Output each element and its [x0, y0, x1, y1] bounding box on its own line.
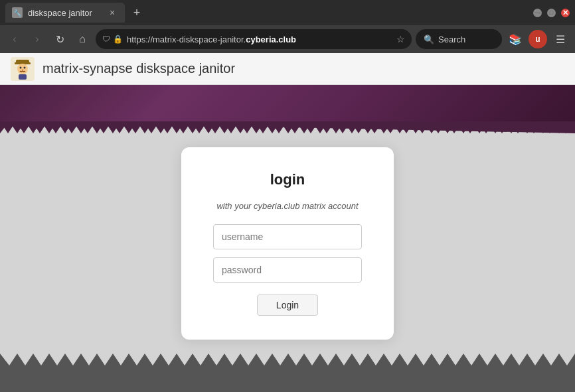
profile-button[interactable]: u — [529, 30, 547, 48]
top-band — [0, 85, 575, 121]
bottom-zigzag — [0, 354, 575, 365]
bottom-band — [0, 365, 575, 392]
shield-icon: 🛡 — [102, 34, 110, 44]
login-button[interactable]: Login — [257, 294, 318, 316]
back-button[interactable]: ‹ — [5, 30, 24, 48]
svg-marker-10 — [0, 354, 575, 365]
svg-point-5 — [24, 66, 26, 68]
tab-title: diskspace janitor — [28, 8, 101, 18]
bookmark-star-icon[interactable]: ☆ — [396, 34, 405, 44]
new-tab-button[interactable]: + — [127, 3, 146, 22]
tab-area: 🔧 diskspace janitor × + — [5, 3, 529, 23]
zigzag-top-svg — [0, 121, 575, 133]
browser-navbar: ‹ › ↻ ⌂ 🛡 🔒 https://matrix-diskspace-jan… — [0, 25, 575, 53]
page-header: matrix-synapse diskspace janitor — [0, 53, 575, 85]
site-logo — [11, 57, 35, 81]
main-content-area: login with your cyberia.club matrix acco… — [0, 133, 575, 354]
login-card: login with your cyberia.club matrix acco… — [181, 147, 394, 340]
maximize-button[interactable]: □ — [547, 9, 556, 17]
close-button[interactable]: ✕ — [561, 9, 570, 17]
refresh-button[interactable]: ↻ — [50, 30, 69, 48]
top-zigzag — [0, 121, 575, 133]
search-box[interactable]: 🔍 Search — [416, 29, 502, 49]
page-title: matrix-synapse diskspace janitor — [42, 61, 235, 76]
address-bar[interactable]: 🛡 🔒 https://matrix-diskspace-janitor.cyb… — [96, 29, 412, 49]
tab-favicon: 🔧 — [12, 7, 23, 18]
bookmarks-button[interactable]: 📚 — [506, 30, 525, 48]
tab-close-button[interactable]: × — [106, 7, 118, 19]
username-input[interactable] — [213, 224, 362, 249]
browser-titlebar: 🔧 diskspace janitor × + — □ ✕ — [0, 0, 575, 25]
login-subtitle: with your cyberia.club matrix account — [216, 200, 358, 212]
address-domain: cyberia.club — [246, 34, 296, 44]
password-input[interactable] — [213, 257, 362, 283]
zigzag-bottom-svg — [0, 354, 575, 365]
svg-point-6 — [22, 69, 24, 70]
login-form — [213, 224, 362, 283]
forward-button[interactable]: › — [28, 30, 46, 48]
minimize-button[interactable]: — — [533, 9, 542, 17]
lock-icon: 🔒 — [113, 34, 123, 44]
search-icon: 🔍 — [424, 34, 434, 44]
window-controls: — □ ✕ — [533, 9, 570, 17]
address-security-icons: 🛡 🔒 — [102, 34, 123, 44]
svg-point-4 — [20, 66, 22, 68]
address-text: https://matrix-diskspace-janitor.cyberia… — [127, 34, 392, 44]
page-content: login with your cyberia.club matrix acco… — [0, 85, 575, 392]
active-tab[interactable]: 🔧 diskspace janitor × — [5, 3, 125, 23]
home-button[interactable]: ⌂ — [73, 30, 92, 48]
svg-rect-7 — [19, 74, 27, 80]
login-title: login — [270, 171, 305, 188]
search-label: Search — [438, 34, 465, 44]
menu-button[interactable]: ☰ — [551, 30, 570, 48]
